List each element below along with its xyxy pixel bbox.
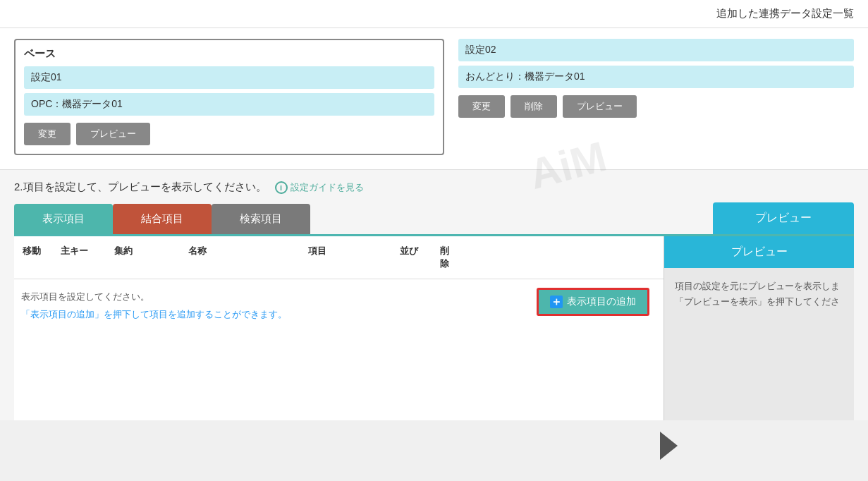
tab-search[interactable]: 検索項目 <box>212 204 310 234</box>
cards-section: ベース 設定01 OPC：機器データ01 変更 プレビュー 設定02 おんどとり… <box>0 28 868 170</box>
card1-preview-button[interactable]: プレビュー <box>76 123 150 145</box>
card2-change-button[interactable]: 変更 <box>458 95 505 118</box>
section2: 2.項目を設定して、プレビューを表示してください。 i 設定ガイドを見る 表示項… <box>0 170 868 420</box>
header-title: 追加した連携データ設定一覧 <box>716 7 854 19</box>
add-display-item-button[interactable]: ＋ 表示項目の追加 <box>537 288 649 316</box>
col-header-delete: 削除 <box>430 242 458 273</box>
main-content: 移動 主キー 集約 名称 項目 並び 削除 表示項目を設定してください。 「表示… <box>14 234 854 420</box>
add-button-label: 表示項目の追加 <box>567 296 636 308</box>
card1-buttons: 変更 プレビュー <box>24 123 434 145</box>
col-header-name: 名称 <box>148 242 247 273</box>
card2-delete-button[interactable]: 削除 <box>511 95 557 118</box>
tab-preview[interactable]: プレビュー <box>713 202 854 234</box>
col-header-agg: 集約 <box>99 242 148 273</box>
right-card: 設定02 おんどとり：機器データ01 変更 削除 プレビュー <box>458 39 854 118</box>
col-header-move: 移動 <box>14 242 49 273</box>
card1-change-button[interactable]: 変更 <box>24 123 71 145</box>
base-card: ベース 設定01 OPC：機器データ01 変更 プレビュー <box>14 39 444 155</box>
table-header-row: 移動 主キー 集約 名称 項目 並び 削除 <box>14 236 664 279</box>
card2-device-name: おんどとり：機器データ01 <box>458 66 854 88</box>
preview-panel-content: 項目の設定を元にプレビューを表示しま 「プレビューを表示」を押下してくださ <box>664 268 854 320</box>
arrow-indicator <box>660 432 678 460</box>
header-bar: 追加した連携データ設定一覧 <box>0 0 868 28</box>
card1-config-name: 設定01 <box>24 66 434 89</box>
tab-display[interactable]: 表示項目 <box>14 204 113 234</box>
section2-instruction: 2.項目を設定して、プレビューを表示してください。 <box>14 181 267 194</box>
tab-join[interactable]: 結合項目 <box>113 204 212 234</box>
plus-icon: ＋ <box>550 296 563 308</box>
col-header-key: 主キー <box>49 242 99 273</box>
preview-text-line1: 項目の設定を元にプレビューを表示しま <box>675 279 843 294</box>
info-icon: i <box>275 181 288 194</box>
table-area: 移動 主キー 集約 名称 項目 並び 削除 表示項目を設定してください。 「表示… <box>14 236 664 420</box>
base-card-label: ベース <box>24 47 434 61</box>
card2-preview-button[interactable]: プレビュー <box>563 95 637 118</box>
preview-panel-title: プレビュー <box>664 236 854 268</box>
table-body: 表示項目を設定してください。 「表示項目の追加」を押下して項目を追加することがで… <box>14 279 664 420</box>
guide-link[interactable]: i 設定ガイドを見る <box>275 181 364 194</box>
card2-buttons: 変更 削除 プレビュー <box>458 95 854 118</box>
page-wrapper: 追加した連携データ設定一覧 ベース 設定01 OPC：機器データ01 変更 プレ… <box>0 0 868 481</box>
col-header-sort: 並び <box>388 242 430 273</box>
col-header-item: 項目 <box>247 242 388 273</box>
tabs-row: 表示項目 結合項目 検索項目 <box>14 204 310 234</box>
card2-config-name: 設定02 <box>458 39 854 61</box>
add-button-container: ＋ 表示項目の追加 <box>537 288 649 316</box>
preview-area: プレビュー 項目の設定を元にプレビューを表示しま 「プレビューを表示」を押下して… <box>664 236 854 420</box>
preview-text-line2: 「プレビューを表示」を押下してくださ <box>675 294 843 310</box>
section2-header: 2.項目を設定して、プレビューを表示してください。 i 設定ガイドを見る <box>14 181 854 194</box>
card1-device-name: OPC：機器データ01 <box>24 93 434 116</box>
guide-link-text: 設定ガイドを見る <box>291 181 364 194</box>
placeholder-link-text: 表示項目の追加 <box>30 309 94 319</box>
